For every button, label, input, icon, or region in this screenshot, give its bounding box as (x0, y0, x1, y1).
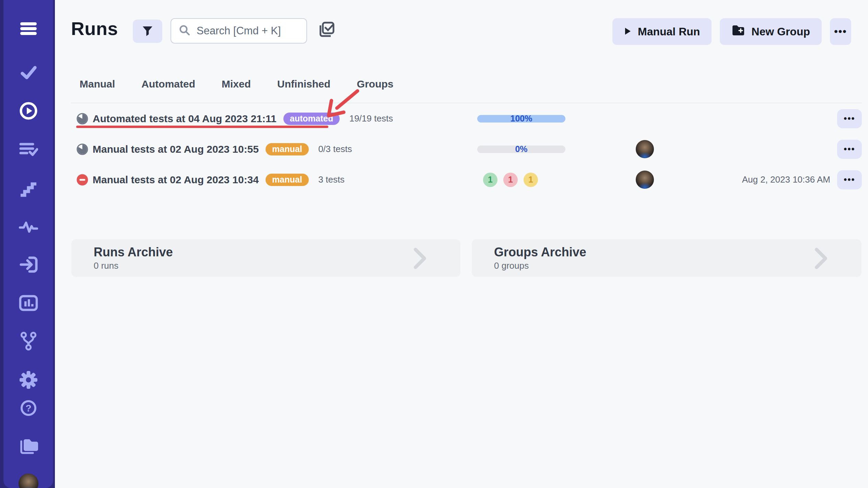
stairs-icon (19, 179, 38, 197)
svg-text:?: ? (25, 403, 31, 414)
archive-title: Groups Archive (494, 245, 861, 259)
run-timestamp: Aug 2, 2023 10:36 AM (742, 174, 830, 185)
run-tests-count: 0/3 tests (318, 144, 352, 154)
run-type-badge: manual (266, 174, 309, 186)
run-title[interactable]: Automated tests at 04 Aug 2023 21:11 (93, 113, 277, 125)
manual-run-label: Manual Run (638, 25, 700, 38)
pie-progress-icon (76, 143, 89, 155)
archive-count: 0 groups (494, 260, 861, 271)
progress-bar: 0% (477, 146, 565, 153)
menu-button[interactable] (3, 19, 53, 38)
tab-mixed[interactable]: Mixed (222, 78, 251, 90)
sidebar-item-imports[interactable] (3, 255, 53, 274)
annotation-arrow-icon (319, 87, 360, 126)
tab-manual[interactable]: Manual (80, 78, 115, 90)
stopped-minus-icon (76, 174, 89, 186)
hamburger-icon (20, 22, 37, 36)
run-row-main: Manual tests at 02 Aug 2023 10:34 manual… (76, 174, 344, 186)
bulk-select-icon[interactable] (318, 21, 335, 39)
row-more-button[interactable]: ••• (837, 170, 862, 189)
groups-archive-card[interactable]: Groups Archive 0 groups (472, 239, 861, 277)
passed-count-badge: 1 (483, 173, 497, 187)
row-more-button[interactable]: ••• (837, 140, 862, 159)
run-row-1: Automated tests at 04 Aug 2023 21:11 aut… (71, 103, 862, 134)
header-more-button[interactable]: ••• (830, 18, 851, 45)
sidebar-item-runs[interactable] (3, 101, 53, 120)
result-counts: 1 1 1 (483, 173, 538, 187)
branch-icon (20, 332, 37, 351)
sidebar-item-help[interactable]: ? (3, 398, 53, 418)
header-actions: Manual Run New Group ••• (612, 18, 851, 45)
folders-icon (19, 437, 38, 455)
run-row-3: Manual tests at 02 Aug 2023 10:34 manual… (71, 164, 862, 195)
sidebar: ? (3, 0, 53, 488)
run-row-2: Manual tests at 02 Aug 2023 10:55 manual… (71, 134, 862, 164)
row-more-button[interactable]: ••• (837, 109, 862, 128)
sidebar-user-avatar[interactable] (19, 474, 38, 488)
run-title[interactable]: Manual tests at 02 Aug 2023 10:34 (93, 174, 259, 186)
play-icon (624, 25, 632, 38)
sidebar-item-milestones[interactable] (3, 179, 53, 198)
run-title[interactable]: Manual tests at 02 Aug 2023 10:55 (93, 143, 259, 155)
tab-groups[interactable]: Groups (357, 78, 394, 90)
blocked-count-badge: 1 (524, 173, 538, 187)
sidebar-item-reports[interactable] (3, 293, 53, 313)
sidebar-item-projects[interactable] (3, 436, 53, 455)
archive-title: Runs Archive (94, 245, 460, 259)
play-circle-icon (19, 102, 38, 120)
chevron-right-icon (413, 247, 428, 271)
run-row-main: Manual tests at 02 Aug 2023 10:55 manual… (76, 143, 352, 155)
progress-label: 100% (511, 114, 532, 123)
folder-plus-icon (731, 24, 745, 39)
filter-button[interactable] (133, 20, 162, 43)
tab-automated[interactable]: Automated (141, 78, 195, 90)
run-type-badge: manual (266, 143, 309, 155)
failed-count-badge: 1 (503, 173, 518, 187)
runs-archive-card[interactable]: Runs Archive 0 runs (71, 239, 460, 277)
page-title: Runs (71, 18, 118, 39)
assignee-avatar (636, 140, 654, 158)
help-icon: ? (20, 399, 37, 417)
progress-bar: 100% (477, 115, 565, 123)
chevron-right-icon (814, 247, 829, 271)
pulse-icon (19, 219, 38, 234)
archive-count: 0 runs (94, 260, 460, 271)
search-box (171, 18, 307, 44)
sidebar-item-activity[interactable] (3, 217, 53, 236)
sidebar-item-test-plans[interactable] (3, 140, 53, 159)
pie-progress-icon (76, 113, 89, 125)
new-group-button[interactable]: New Group (720, 18, 822, 45)
sidebar-item-integrations[interactable] (3, 332, 53, 351)
gear-icon (19, 371, 38, 389)
assignee-avatar (636, 171, 654, 189)
check-icon (20, 63, 37, 81)
main-content: Runs (55, 0, 868, 488)
sidebar-item-settings[interactable] (3, 370, 53, 390)
annotation-underline (76, 126, 328, 128)
runs-page: ? Runs (0, 0, 868, 488)
search-icon (179, 24, 190, 37)
sidebar-backdrop: ? (0, 0, 55, 488)
funnel-icon (141, 25, 154, 38)
import-icon (19, 256, 38, 274)
progress-label: 0% (515, 145, 527, 153)
new-group-label: New Group (751, 25, 810, 38)
runs-table: Automated tests at 04 Aug 2023 21:11 aut… (71, 103, 862, 195)
manual-run-button[interactable]: Manual Run (612, 18, 712, 45)
search-input[interactable] (196, 24, 299, 37)
bar-chart-icon (19, 294, 38, 312)
run-tests-count: 3 tests (318, 174, 345, 185)
sidebar-item-tests[interactable] (3, 63, 53, 82)
list-check-icon (19, 141, 38, 159)
